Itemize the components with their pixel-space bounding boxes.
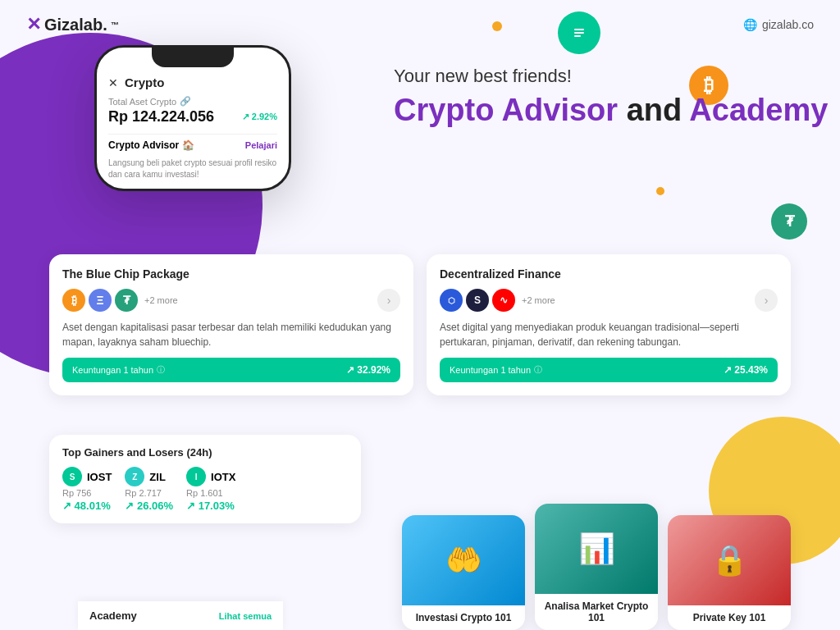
phone-notch [152,48,234,67]
iotx-percent: ↗ 17.03% [186,500,235,512]
pelajari-button[interactable]: Pelajari [245,140,277,150]
iost-percent: ↗ 48.01% [62,500,112,512]
academy-card-investasi[interactable]: 🤲 Investasi Crypto 101 [402,515,525,630]
iotx-name: IOTX [211,471,235,483]
analisa-card-image: 📊 [535,504,658,594]
header: ✕ Gizalab.™ 🌐 gizalab.co [0,0,840,49]
gain-badge: ↗ 2.92% [242,112,277,122]
dot-decoration-2 [656,187,664,195]
gainers-row: S IOST Rp 756 ↗ 48.01% Z ZIL Rp 2.717 ↗ … [62,467,348,512]
phone-screen-title: Crypto [125,75,164,89]
more-count-2: +2 more [522,295,555,305]
gainer-iost: S IOST Rp 756 ↗ 48.01% [62,467,112,512]
academy-cards-section: 🤲 Investasi Crypto 101 📊 Analisa Market … [402,504,791,630]
card-title-2: Decentralized Finance [440,267,778,281]
gainer-zil: Z ZIL Rp 2.717 ↗ 26.06% [125,467,173,512]
analisa-card-label: Analisa Market Crypto 101 [535,594,658,630]
private-key-card-label: Private Key 101 [668,605,791,630]
lihat-semua[interactable]: Lihat semua [219,611,272,621]
bitcoin-coin-icon: ₿ [62,289,85,312]
card-icons-row-1: ₿ Ξ ₮ +2 more › [62,289,400,312]
hero-subtitle: Your new best friends! [394,66,828,87]
zil-name: ZIL [149,471,166,483]
academy-label: Academy [89,609,137,622]
tether-coin-icon: ₮ [115,289,138,312]
card-title-1: The Blue Chip Package [62,267,400,281]
card-desc-2: Aset digital yang menyediakan produk keu… [440,320,778,349]
gainer-iotx: I IOTX Rp 1.601 ↗ 17.03% [186,467,235,512]
defi-card: Decentralized Finance ⬡ S ∿ +2 more › As… [427,254,791,395]
blue-chip-card: The Blue Chip Package ₿ Ξ ₮ +2 more › As… [49,254,413,395]
website-text: gizalab.co [762,18,814,31]
iost-name: IOST [87,471,112,483]
iotx-icon: I [186,467,206,486]
footer-percent-2: ↗ 25.43% [724,364,768,376]
eth-coin-icon: Ξ [89,289,112,312]
close-icon: ✕ [108,76,118,89]
investasi-card-label: Investasi Crypto 101 [402,605,525,630]
logo-x: ✕ [26,14,41,35]
total-amount: Rp 124.224.056 [108,108,214,126]
hero-section: Your new best friends! Crypto Advisor an… [394,66,828,128]
card-desc-1: Aset dengan kapitalisasi pasar terbesar … [62,320,400,349]
private-key-card-image: 🔒 [668,515,791,605]
total-label: Total Aset Crypto 🔗 [108,96,277,107]
globe-icon: 🌐 [743,18,757,31]
academy-strip: Academy Lihat semua [78,601,283,630]
zil-icon: Z [125,467,144,486]
academy-card-private-key[interactable]: 🔒 Private Key 101 [668,515,791,630]
tether-icon: ₮ [771,203,807,240]
iost-icon: S [62,467,82,486]
chainlink-coin-icon: ⬡ [440,289,463,312]
footer-percent-1: ↗ 32.92% [346,364,390,376]
hero-title-part2: Academy [689,93,828,127]
synthetix-coin-icon: S [466,289,489,312]
card-nav-arrow-2[interactable]: › [755,289,778,312]
academy-card-analisa[interactable]: 📊 Analisa Market Crypto 101 [535,504,658,630]
card-icons-row-2: ⬡ S ∿ +2 more › [440,289,778,312]
card-footer-1: Keuntungan 1 tahun ⓘ ↗ 32.92% [62,358,400,382]
hero-title-part1: Crypto Advisor [394,93,618,127]
advisor-label: Crypto Advisor 🏠 [108,139,194,151]
phone-nav-bar: ✕ Crypto [108,75,277,89]
more-count-1: +2 more [144,295,178,305]
investasi-card-image: 🤲 [402,515,525,605]
website-link: 🌐 gizalab.co [743,18,814,31]
zil-percent: ↗ 26.06% [125,500,173,512]
package-cards-row: The Blue Chip Package ₿ Ξ ₮ +2 more › As… [49,254,791,395]
phone-frame: ✕ Crypto Total Aset Crypto 🔗 Rp 124.224.… [94,45,291,191]
logo-tm: ™ [111,21,119,30]
hero-title: Crypto Advisor and Academy [394,94,828,128]
phone-content: ✕ Crypto Total Aset Crypto 🔗 Rp 124.224.… [97,67,289,189]
gainers-title: Top Gainers and Losers (24h) [62,446,348,459]
iotx-price: Rp 1.601 [186,488,235,498]
iost-price: Rp 756 [62,488,112,498]
gainers-panel: Top Gainers and Losers (24h) S IOST Rp 7… [49,435,361,523]
hero-title-and: and [618,93,689,127]
advisor-desc: Langsung beli paket crypto sesuai profil… [108,158,277,180]
footer-label-2: Keuntungan 1 tahun ⓘ [450,364,542,376]
logo-text: Gizalab. [44,16,107,34]
card-nav-arrow-1[interactable]: › [377,289,400,312]
crypto-advisor-row: Crypto Advisor 🏠 Pelajari [108,134,277,156]
footer-label-1: Keuntungan 1 tahun ⓘ [72,364,165,376]
card-footer-2: Keuntungan 1 tahun ⓘ ↗ 25.43% [440,358,778,382]
zil-price: Rp 2.717 [125,488,173,498]
logo: ✕ Gizalab.™ [26,14,119,35]
curve-coin-icon: ∿ [492,289,515,312]
phone-mockup: ✕ Crypto Total Aset Crypto 🔗 Rp 124.224.… [94,45,324,191]
